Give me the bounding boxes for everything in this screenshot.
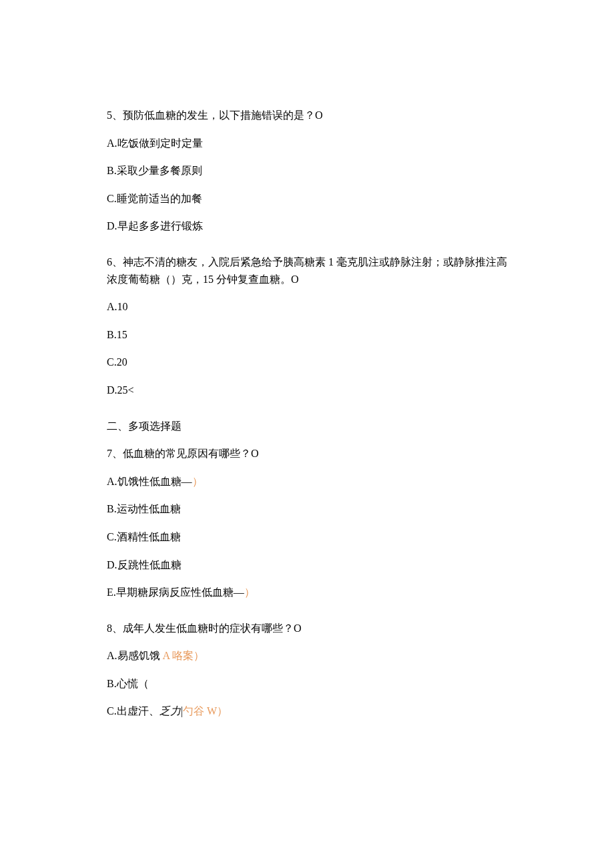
question-6-option-d: D.25< — [107, 382, 507, 399]
question-8-option-c-italic: 乏力 — [160, 705, 181, 717]
question-7-option-a: A.饥饿性低血糖—） — [107, 473, 507, 490]
question-5: 5、预防低血糖的发生，以下措施错误的是？O A.吃饭做到定时定量 B.采取少量多… — [107, 107, 507, 235]
question-6-option-a: A.10 — [107, 298, 507, 316]
question-5-text: 5、预防低血糖的发生，以下措施错误的是？O — [107, 107, 507, 124]
question-7-option-c: C.酒精性低血糖 — [107, 528, 507, 546]
question-7-option-e-text: E.早期糖尿病反应性低血糖— — [107, 586, 244, 598]
question-6: 6、神志不清的糖友，入院后紧急给予胰高糖素 1 毫克肌注或静脉注射；或静脉推注高… — [107, 254, 507, 399]
question-7-option-b: B.运动性低血糖 — [107, 500, 507, 518]
question-5-option-c: C.睡觉前适当的加餐 — [107, 190, 507, 207]
question-7-text: 7、低血糖的常见原因有哪些？O — [107, 445, 507, 462]
question-8-option-b: B.心慌（ — [107, 675, 507, 693]
question-6-option-c: C.20 — [107, 354, 507, 371]
question-7-option-a-mark: ） — [192, 476, 203, 487]
question-7-option-e-mark: ） — [244, 586, 255, 598]
question-5-option-d: D.早起多多进行锻炼 — [107, 218, 507, 235]
question-5-option-a: A.吃饭做到定时定量 — [107, 135, 507, 152]
question-8-option-a-mark: A 咯案） — [163, 650, 205, 661]
question-7-option-e: E.早期糖尿病反应性低血糖—） — [107, 584, 507, 601]
question-5-option-b: B.采取少量多餐原则 — [107, 162, 507, 179]
question-8-text: 8、成年人发生低血糖时的症状有哪些？O — [107, 620, 507, 637]
question-7: 7、低血糖的常见原因有哪些？O A.饥饿性低血糖—） B.运动性低血糖 C.酒精… — [107, 445, 507, 601]
question-6-text: 6、神志不清的糖友，入院后紧急给予胰高糖素 1 毫克肌注或静脉注射；或静脉推注高… — [107, 254, 507, 288]
question-8-option-a-text: A.易感饥饿 — [107, 650, 163, 661]
question-8-option-a: A.易感饥饿 A 咯案） — [107, 647, 507, 665]
question-7-option-a-text: A.饥饿性低血糖— — [107, 476, 192, 487]
question-7-option-d: D.反跳性低血糖 — [107, 556, 507, 574]
section-2-title: 二、多项选择题 — [107, 418, 507, 435]
question-6-option-b: B.15 — [107, 326, 507, 344]
question-8-option-c-mark: 勺谷 W） — [183, 705, 228, 717]
question-8-option-c-prefix: C.出虚汗、 — [107, 705, 160, 717]
question-8: 8、成年人发生低血糖时的症状有哪些？O A.易感饥饿 A 咯案） B.心慌（ C… — [107, 620, 507, 720]
question-8-option-c: C.出虚汗、乏力|勺谷 W） — [107, 703, 507, 720]
